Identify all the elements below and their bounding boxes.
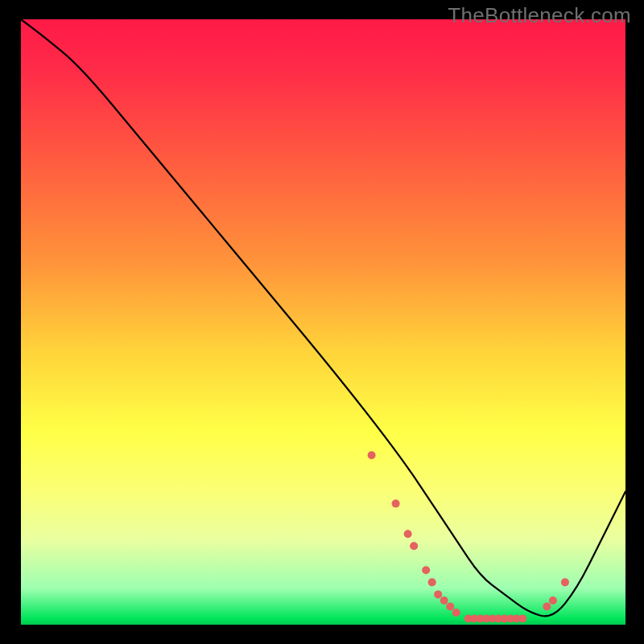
- watermark-text: TheBottleneck.com: [448, 3, 631, 28]
- plot-overlay: [21, 19, 625, 625]
- marker-dot: [549, 597, 557, 605]
- marker-dot: [368, 451, 376, 459]
- marker-dot: [428, 578, 436, 586]
- marker-dot: [446, 602, 454, 610]
- marker-dot: [452, 609, 460, 617]
- marker-dot: [561, 578, 569, 586]
- chart-frame: TheBottleneck.com: [0, 0, 644, 644]
- marker-dot: [434, 590, 442, 598]
- marker-dot: [404, 530, 412, 538]
- marker-dot: [518, 614, 526, 622]
- marker-dot: [422, 566, 430, 574]
- marker-dot: [410, 542, 418, 550]
- marker-dot: [392, 500, 400, 508]
- curve-line: [21, 19, 625, 616]
- marker-dots: [368, 451, 569, 622]
- marker-dot: [440, 597, 448, 605]
- marker-dot: [543, 602, 551, 610]
